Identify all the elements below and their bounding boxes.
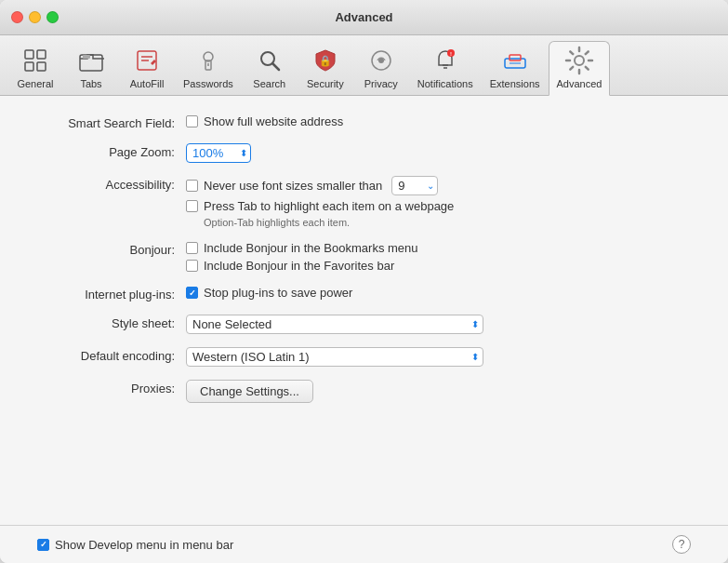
stop-plugins-label: Stop plug-ins to save power	[204, 286, 352, 300]
window: Advanced General	[0, 0, 728, 563]
bonjour-bookmarks-checkbox[interactable]	[186, 242, 198, 254]
svg-rect-0	[25, 50, 33, 59]
tab-highlight-checkbox[interactable]	[186, 200, 198, 212]
tab-general[interactable]: General	[7, 41, 63, 95]
tab-extensions[interactable]: Extensions	[482, 41, 549, 95]
tab-highlight-hint: Option-Tab highlights each item.	[186, 217, 454, 228]
search-icon	[255, 46, 285, 75]
tab-privacy[interactable]: Privacy	[353, 41, 409, 95]
page-zoom-select[interactable]: 75% 85% 100% 115% 125% 150% 175% 200%	[186, 143, 251, 163]
minimize-button[interactable]	[29, 11, 41, 23]
help-button[interactable]: ?	[672, 535, 691, 554]
bonjour-favorites-label: Include Bonjour in the Favorites bar	[204, 259, 394, 273]
svg-line-30	[586, 67, 589, 70]
never-font-label: Never use font sizes smaller than	[204, 179, 382, 193]
tab-notifications[interactable]: ! Notifications	[409, 41, 482, 95]
smart-search-checkbox-label: Show full website address	[204, 114, 343, 128]
extensions-icon	[500, 46, 530, 75]
tab-autofill[interactable]: AutoFill	[119, 41, 175, 95]
svg-rect-3	[37, 62, 46, 71]
svg-rect-2	[37, 50, 46, 59]
smart-search-checkbox[interactable]	[186, 115, 198, 127]
svg-line-31	[586, 51, 589, 54]
bonjour-label: Bonjour:	[37, 241, 186, 257]
page-zoom-label: Page Zoom:	[37, 143, 186, 159]
stop-plugins-checkbox[interactable]	[186, 287, 198, 299]
privacy-icon	[366, 46, 396, 75]
default-encoding-label: Default encoding:	[37, 347, 186, 363]
close-button[interactable]	[11, 11, 23, 23]
tab-advanced-label: Advanced	[557, 78, 602, 89]
svg-line-13	[272, 63, 279, 70]
default-encoding-select[interactable]: Western (ISO Latin 1) Unicode (UTF-8)	[186, 347, 483, 367]
svg-rect-5	[83, 55, 90, 59]
never-font-checkbox[interactable]	[186, 180, 198, 192]
tab-general-label: General	[17, 78, 53, 89]
maximize-button[interactable]	[46, 11, 59, 23]
svg-rect-22	[510, 55, 521, 60]
smart-search-row: Smart Search Field: Show full website ad…	[37, 114, 691, 130]
tab-highlight-label: Press Tab to highlight each item on a we…	[204, 199, 454, 213]
svg-point-16	[378, 58, 384, 63]
accessibility-row: Accessibility: Never use font sizes smal…	[37, 176, 691, 228]
tab-security[interactable]: 🔒 Security	[298, 41, 353, 95]
tab-notifications-label: Notifications	[417, 78, 473, 89]
tab-security-label: Security	[307, 78, 344, 89]
internet-plugins-row: Internet plug-ins: Stop plug-ins to save…	[37, 286, 691, 302]
tab-autofill-label: AutoFill	[130, 78, 165, 89]
default-encoding-row: Default encoding: Western (ISO Latin 1) …	[37, 347, 691, 367]
font-size-select[interactable]: 9 10 11 12 14 16 18	[391, 176, 438, 195]
svg-point-24	[575, 56, 584, 65]
bonjour-row: Bonjour: Include Bonjour in the Bookmark…	[37, 241, 691, 273]
style-sheet-select[interactable]: None Selected	[186, 315, 483, 334]
tabs-icon	[76, 46, 106, 75]
page-zoom-row: Page Zoom: 75% 85% 100% 115% 125% 150% 1…	[37, 143, 691, 163]
style-sheet-row: Style sheet: None Selected ⬍	[37, 315, 691, 334]
advanced-icon	[564, 46, 594, 75]
tab-passwords-label: Passwords	[183, 78, 233, 89]
svg-line-32	[570, 67, 573, 70]
tab-tabs-label: Tabs	[80, 78, 101, 89]
tab-passwords[interactable]: Passwords	[175, 41, 242, 95]
passwords-icon	[193, 46, 223, 75]
tab-advanced[interactable]: Advanced	[549, 41, 611, 96]
tab-privacy-label: Privacy	[364, 78, 398, 89]
accessibility-label: Accessibility:	[37, 176, 186, 192]
security-icon: 🔒	[311, 46, 340, 75]
svg-text:!: !	[450, 51, 452, 57]
tab-tabs[interactable]: Tabs	[63, 41, 119, 95]
tab-extensions-label: Extensions	[490, 78, 540, 89]
svg-rect-1	[25, 62, 33, 71]
develop-menu-label: Show Develop menu in menu bar	[55, 538, 233, 552]
change-settings-button[interactable]: Change Settings...	[186, 380, 313, 403]
develop-menu-checkbox[interactable]	[37, 539, 49, 551]
smart-search-label: Smart Search Field:	[37, 114, 186, 130]
toolbar: General Tabs Au	[0, 35, 728, 96]
proxies-row: Proxies: Change Settings...	[37, 380, 691, 403]
internet-plugins-label: Internet plug-ins:	[37, 286, 186, 302]
notifications-icon: !	[430, 46, 460, 75]
general-icon	[20, 46, 50, 75]
svg-text:🔒: 🔒	[319, 54, 332, 67]
bonjour-bookmarks-label: Include Bonjour in the Bookmarks menu	[204, 241, 418, 255]
tab-search[interactable]: Search	[242, 41, 298, 95]
traffic-lights	[11, 11, 59, 23]
title-bar: Advanced	[0, 0, 728, 35]
tab-search-label: Search	[253, 78, 285, 89]
content-area: Smart Search Field: Show full website ad…	[0, 96, 728, 525]
bottom-bar: Show Develop menu in menu bar ?	[0, 525, 728, 563]
bonjour-favorites-checkbox[interactable]	[186, 260, 198, 272]
proxies-label: Proxies:	[37, 380, 186, 395]
style-sheet-label: Style sheet:	[37, 315, 186, 330]
window-title: Advanced	[335, 10, 392, 24]
autofill-icon	[132, 46, 162, 75]
svg-line-29	[570, 51, 573, 54]
